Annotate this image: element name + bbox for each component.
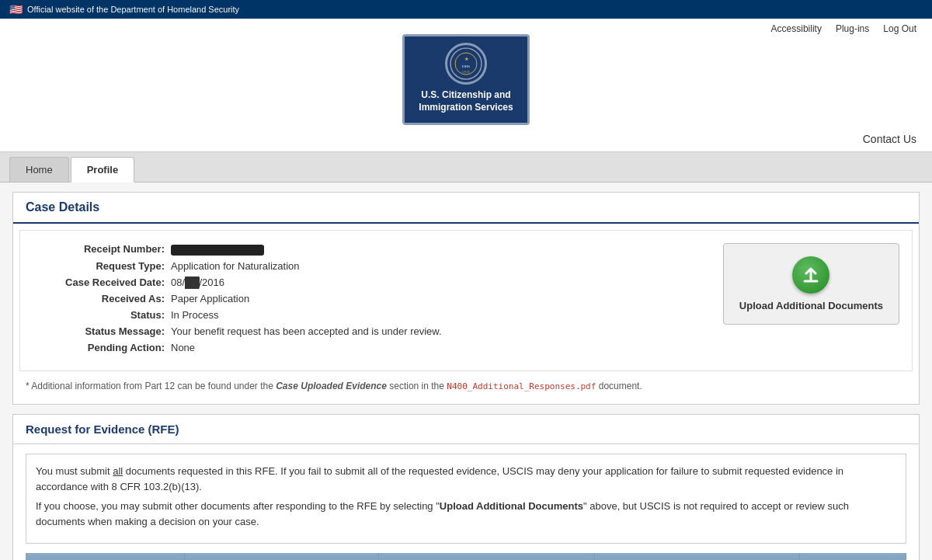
field-label-status-message: Status Message:: [33, 325, 165, 337]
upload-icon: [792, 256, 829, 294]
field-label-received-as: Received As:: [33, 293, 165, 304]
field-value-status-message: Your benefit request has been accepted a…: [171, 325, 442, 337]
agency-seal: ★ DHS USCIS: [445, 43, 487, 85]
upload-note-before: * Additional information from Part 12 ca…: [26, 381, 276, 391]
flag-icon: 🇺🇸: [9, 3, 23, 16]
field-status: Status: In Process: [33, 309, 708, 321]
plugins-link[interactable]: Plug-ins: [836, 23, 869, 34]
upload-note-middle: section in the: [387, 381, 447, 391]
field-value-request-type: Application for Naturalization: [171, 260, 299, 272]
col-rfe-status[interactable]: RFE Status ▲▼: [594, 553, 799, 560]
logo-container: ★ DHS USCIS U.S. Citizenship and Immigra…: [402, 34, 529, 125]
col-issued-on[interactable]: Issued On ▲▼: [185, 553, 379, 560]
field-request-type: Request Type: Application for Naturaliza…: [33, 260, 708, 272]
svg-text:DHS: DHS: [462, 64, 470, 68]
case-info-section: Receipt Number: Request Type: Applicatio…: [19, 230, 913, 371]
official-text: Official website of the Department of Ho…: [27, 5, 239, 14]
top-bar: 🇺🇸 Official website of the Department of…: [0, 0, 932, 19]
field-label-received-date: Case Received Date:: [33, 277, 165, 288]
rfe-notice: You must submit all documents requested …: [26, 454, 906, 544]
field-status-message: Status Message: Your benefit request has…: [33, 325, 708, 337]
field-receipt-number: Receipt Number:: [33, 243, 708, 256]
redacted-value: [171, 245, 264, 256]
nav-tabs: Home Profile: [0, 152, 932, 183]
field-value-received-as: Paper Application: [171, 293, 249, 304]
case-details-title: Case Details: [13, 193, 919, 224]
case-uploaded-evidence-link: Case Uploaded Evidence: [276, 381, 387, 391]
field-value-receipt: [171, 243, 264, 256]
rfe-upload-bold: Upload Additional Documents: [440, 500, 583, 512]
upload-note-after: document.: [596, 381, 642, 391]
field-label-pending-action: Pending Action:: [33, 342, 165, 353]
logout-link[interactable]: Log Out: [883, 23, 916, 34]
field-value-status: In Process: [171, 309, 218, 321]
main-content: Case Details Receipt Number: Request Typ…: [0, 183, 932, 560]
field-label-status: Status:: [33, 309, 165, 321]
tab-home[interactable]: Home: [9, 157, 69, 182]
field-label-request-type: Request Type:: [33, 260, 165, 272]
rfe-all-underline: all: [113, 465, 123, 477]
pdf-link[interactable]: N400_Additional_Responses.pdf: [447, 381, 596, 391]
upload-section: Upload Additional Documents: [723, 243, 899, 358]
contact-us-link[interactable]: Contact Us: [863, 133, 916, 145]
rfe-section: Request for Evidence (RFE) You must subm…: [12, 414, 920, 560]
col-rfe-id[interactable]: RFE ID ▲▼: [26, 553, 185, 560]
field-label-receipt: Receipt Number:: [33, 243, 165, 255]
upload-note: * Additional information from Part 12 ca…: [13, 379, 919, 405]
col-action: Action: [799, 553, 906, 560]
svg-text:USCIS: USCIS: [462, 71, 470, 74]
rfe-title: Request for Evidence (RFE): [13, 415, 919, 444]
tab-profile[interactable]: Profile: [71, 157, 134, 183]
rfe-table-header-row: RFE ID ▲▼ Issued On ▲▼ Respond By ▲▼ R: [26, 553, 906, 560]
case-details-card: Case Details Receipt Number: Request Typ…: [12, 192, 920, 405]
rfe-notice-line2: If you choose, you may submit other docu…: [36, 499, 896, 529]
field-pending-action: Pending Action: None: [33, 342, 708, 353]
upload-additional-documents-button[interactable]: Upload Additional Documents: [723, 243, 899, 325]
field-value-pending-action: None: [171, 342, 195, 353]
rfe-notice-line1: You must submit all documents requested …: [36, 464, 896, 494]
accessibility-link[interactable]: Accessibility: [771, 23, 822, 34]
field-case-received-date: Case Received Date: 08/██/2016: [33, 277, 708, 288]
upload-btn-label: Upload Additional Documents: [739, 300, 883, 311]
case-fields: Receipt Number: Request Type: Applicatio…: [33, 243, 708, 358]
agency-name: U.S. Citizenship and Immigration Service…: [419, 89, 513, 113]
rfe-body: You must submit all documents requested …: [13, 444, 919, 560]
field-received-as: Received As: Paper Application: [33, 293, 708, 304]
col-respond-by[interactable]: Respond By ▲▼: [378, 553, 594, 560]
header-top-links: Accessibility Plug-ins Log Out: [0, 19, 932, 34]
rfe-table: RFE ID ▲▼ Issued On ▲▼ Respond By ▲▼ R: [26, 553, 906, 560]
field-value-received-date: 08/██/2016: [171, 277, 224, 288]
